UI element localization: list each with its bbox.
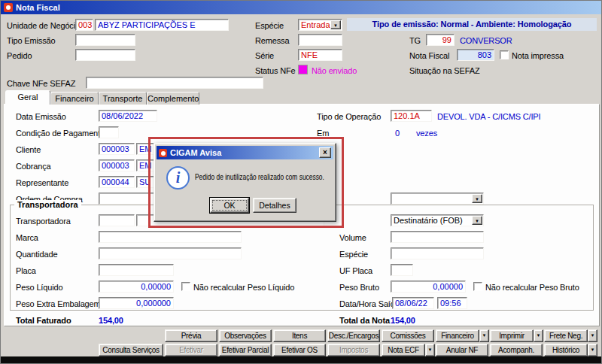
impostos-button[interactable]: Impostos: [327, 344, 380, 356]
tg-label: TG: [409, 36, 421, 45]
nota-impressa-checkbox[interactable]: [500, 50, 509, 59]
peso-extra-label: Peso Extra Embalagem: [16, 299, 101, 308]
nota-ecf-button[interactable]: Nota ECF: [382, 344, 425, 356]
previa-button[interactable]: Prévia: [165, 329, 217, 342]
tg-code-field[interactable]: 99: [426, 34, 455, 46]
marca-label: Marca: [16, 233, 38, 242]
imprimir-dropdown-button[interactable]: ▼: [534, 329, 543, 342]
placa-field[interactable]: [99, 264, 174, 276]
cobranca-code-field[interactable]: 000003: [99, 159, 135, 171]
representante-code-field[interactable]: 000044: [99, 176, 135, 188]
itens-button[interactable]: Itens: [273, 329, 326, 342]
volume-field[interactable]: [391, 231, 484, 243]
peso-extra-field[interactable]: 0,000000: [99, 297, 174, 309]
ok-button[interactable]: OK: [210, 198, 249, 213]
serie-label: Série: [255, 51, 274, 60]
historico-button[interactable]: Histórico: [544, 344, 588, 356]
efetivar-os-button[interactable]: Efetivar OS: [273, 344, 326, 356]
placa-label: Placa: [16, 266, 36, 275]
data-emissao-field[interactable]: 08/06/2022: [99, 110, 157, 122]
remessa-label: Remessa: [255, 36, 289, 45]
status-nfe-value: Não enviado: [312, 66, 357, 75]
tab-complemento[interactable]: Complemento: [147, 92, 199, 105]
pedido-field[interactable]: [75, 49, 135, 61]
efetivar-button[interactable]: Efetivar: [165, 344, 217, 356]
marca-field[interactable]: [99, 231, 242, 243]
condicao-pagamento-label: Condição de Pagamento: [16, 129, 105, 138]
tipo-operacao-code-field[interactable]: 120.1A: [391, 110, 432, 122]
nao-recalcular-peso-liquido-checkbox[interactable]: [181, 282, 190, 291]
remessa-field[interactable]: [298, 34, 342, 46]
frete-neg-button[interactable]: Frete Neg.: [544, 329, 588, 342]
window-title: Nota Fiscal: [16, 3, 60, 12]
cliente-code-field[interactable]: 000003: [99, 143, 135, 155]
chevron-down-icon[interactable]: ▼: [472, 194, 482, 203]
tab-geral[interactable]: Geral: [5, 90, 50, 105]
unidade-negocio-name-field[interactable]: ABYZ PARTICIPAÇÕES E: [95, 19, 229, 31]
dialog-message: Pedido de inutilização realizado com suc…: [195, 172, 324, 181]
unidade-negocio-code-field[interactable]: 003: [75, 19, 93, 31]
anular-nf-button[interactable]: Anular NF: [436, 344, 488, 356]
emission-environment-banner: Tipo de emissão: Normal - Ambiente: Homo…: [347, 18, 597, 31]
close-icon[interactable]: ×: [319, 147, 331, 158]
cliente-label: Cliente: [16, 145, 41, 154]
status-nfe-label: Status NFe: [255, 66, 296, 75]
situacao-sefaz-label: Situação na SEFAZ: [409, 66, 479, 75]
serie-field[interactable]: NFE: [298, 49, 342, 61]
nota-fiscal-label: Nota Fiscal: [409, 51, 449, 60]
transportadora-code-field[interactable]: [99, 214, 135, 226]
chave-nfe-field[interactable]: [86, 77, 263, 89]
dialog-title: CIGAM Avisa: [170, 148, 221, 157]
total-faturado-value: 154,00: [99, 316, 123, 325]
cobranca-label: Cobrança: [16, 162, 51, 171]
total-nota-value: 154,00: [391, 316, 415, 325]
especie-label: Espécie: [255, 21, 284, 30]
observacoes-button[interactable]: Observações: [219, 329, 272, 342]
nota-fiscal-number-field[interactable]: 803: [457, 49, 494, 61]
window-bottom-edge: [1, 356, 601, 363]
chevron-down-icon[interactable]: ▼: [472, 216, 482, 225]
peso-liquido-label: Peso Líquido: [16, 283, 62, 292]
window-titlebar[interactable]: Nota Fiscal: [1, 1, 601, 14]
quantidade-field[interactable]: [99, 247, 242, 259]
transportadora-label: Transportadora: [16, 217, 71, 226]
imprimir-button[interactable]: Imprimir: [490, 329, 534, 342]
peso-bruto-label: Peso Bruto: [339, 283, 379, 292]
peso-bruto-field[interactable]: 0,00000: [391, 281, 466, 293]
tipo-emissao-field[interactable]: [75, 34, 135, 46]
consulta-servicos-button[interactable]: Consulta Serviços: [99, 344, 163, 356]
total-faturado-label: Total Faturado: [16, 316, 71, 325]
financeiro-button[interactable]: Financeiro: [436, 329, 479, 342]
especie-combo[interactable]: Entrada ▼: [298, 19, 342, 31]
detalhes-button[interactable]: Detalhes: [253, 198, 296, 213]
nao-recalcular-peso-bruto-label: Não recalcular Peso Bruto: [485, 283, 579, 292]
em-value: 0: [395, 129, 400, 138]
nota-ecf-dropdown-button[interactable]: ▼: [425, 344, 435, 356]
dialog-titlebar[interactable]: CIGAM Avisa ×: [157, 146, 333, 159]
comissoes-button[interactable]: Comissões: [382, 329, 434, 342]
peso-liquido-field[interactable]: 0,00000: [99, 281, 174, 293]
desc-encargos-button[interactable]: Desc./Encargos: [327, 329, 380, 342]
frete-neg-dropdown-button[interactable]: ▼: [588, 329, 597, 342]
financeiro-dropdown-button[interactable]: ▼: [479, 329, 489, 342]
tab-financeiro[interactable]: Financeiro: [50, 92, 99, 105]
tab-transporte[interactable]: Transporte: [99, 92, 147, 105]
historico-dropdown-button[interactable]: ▼: [588, 344, 597, 356]
frete-combo[interactable]: Destinatário (FOB) ▼: [391, 214, 484, 226]
especie-transporte-field[interactable]: [391, 247, 484, 259]
efetivar-parcial-button[interactable]: Efetivar Parcial: [219, 344, 272, 356]
situacao-combo[interactable]: ▼: [391, 193, 484, 205]
volume-label: Volume: [339, 233, 366, 242]
vezes-label: vezes: [416, 129, 437, 138]
uf-placa-field[interactable]: [391, 264, 413, 276]
hora-saida-field[interactable]: 09:56: [437, 297, 467, 309]
chevron-down-icon[interactable]: ▼: [330, 20, 341, 29]
cigam-avisa-dialog: CIGAM Avisa × i Pedido de inutilização r…: [154, 143, 336, 222]
chave-nfe-label: Chave NFe SEFAZ: [7, 79, 75, 88]
nao-recalcular-peso-liquido-label: Não recalcular Peso Líquido: [193, 283, 294, 292]
condicao-pagamento-field[interactable]: [99, 126, 119, 138]
acompanh-button[interactable]: Acompanh.: [490, 344, 543, 356]
data-hora-saida-label: Data/Hora Saída: [339, 299, 400, 308]
nao-recalcular-peso-bruto-checkbox[interactable]: [473, 282, 482, 291]
data-saida-field[interactable]: 08/06/22: [392, 297, 434, 309]
